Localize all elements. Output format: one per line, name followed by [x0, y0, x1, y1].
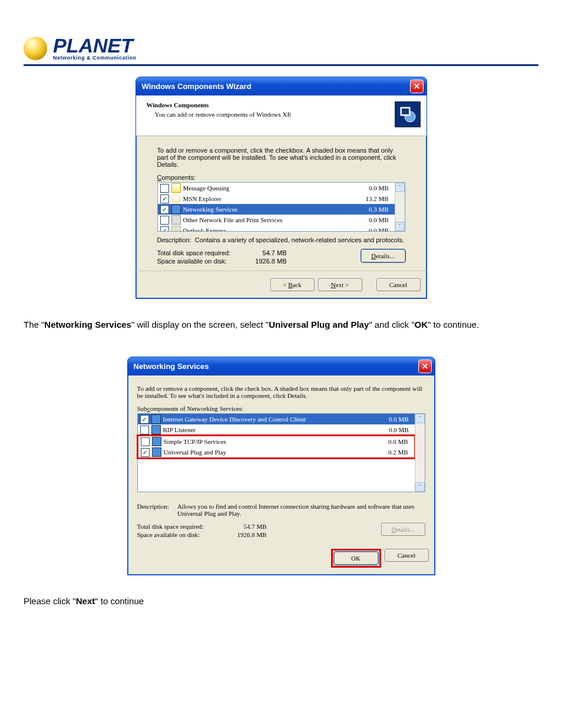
checkbox[interactable]: [140, 415, 149, 424]
description-text: Contains a variety of specialized, netwo…: [195, 236, 404, 243]
scrollbar[interactable]: ˄ ˅: [415, 414, 425, 492]
close-icon: ✕: [414, 82, 420, 91]
checkbox[interactable]: [160, 184, 169, 193]
avail-space-label: Space available on disk:: [137, 531, 226, 538]
svg-rect-2: [402, 108, 409, 114]
subcomponents-listbox[interactable]: Internet Gateway Device Discovery and Co…: [137, 413, 425, 492]
outlook-icon: [171, 226, 181, 232]
network-icon: [152, 447, 161, 457]
components-listbox[interactable]: Message Queuing 0.0 MB MSN Explorer 13.2…: [157, 182, 405, 232]
back-button[interactable]: < Back: [270, 278, 315, 291]
brand-header: PLANET Networking & Communication: [24, 35, 538, 66]
list-item-size: 0.0 MB: [388, 438, 411, 445]
list-item-label: Networking Services: [183, 206, 238, 213]
components-icon: [395, 101, 421, 127]
msn-icon: [171, 194, 181, 203]
list-item-size: 0.0 MB: [369, 227, 391, 232]
total-space-label: Total disk space required:: [157, 249, 246, 256]
scrollbar[interactable]: ˄ ˅: [395, 183, 405, 231]
network-icon: [152, 437, 161, 446]
components-wizard-window: Windows Components Wizard ✕ Windows Comp…: [135, 77, 427, 299]
avail-space-value: 1926.8 MB: [226, 531, 267, 538]
list-item[interactable]: Simple TCP/IP Services 0.0 MB: [138, 436, 414, 447]
cancel-button[interactable]: Cancel: [385, 549, 429, 562]
brand-tagline: Networking & Communication: [53, 55, 137, 61]
list-item-size: 0.0 MB: [389, 426, 411, 433]
ok-button[interactable]: OK: [334, 552, 378, 565]
list-item[interactable]: Internet Gateway Device Discovery and Co…: [138, 414, 415, 424]
list-item-upnp[interactable]: Universal Plug and Play 0.2 MB: [138, 447, 414, 457]
avail-space-value: 1926.8 MB: [246, 258, 287, 265]
dialog-instructions: To add or remove a component, click the …: [137, 385, 425, 399]
checkbox[interactable]: [160, 205, 169, 214]
list-item-label: Outlook Express: [183, 227, 227, 232]
list-item-size: 0.2 MB: [388, 449, 411, 456]
scroll-down-icon[interactable]: ˅: [395, 222, 405, 231]
list-item-size: 0.0 MB: [389, 416, 411, 423]
description-label: Description:: [137, 503, 169, 517]
instruction-paragraph-1: The "Networking Services" will display o…: [24, 319, 538, 331]
wizard-subheading: You can add or remove components of Wind…: [147, 111, 292, 118]
total-space-value: 54.7 MB: [226, 523, 267, 530]
close-button[interactable]: ✕: [410, 80, 424, 93]
list-item-label: Simple TCP/IP Services: [164, 438, 226, 445]
wizard-instructions: To add or remove a component, click the …: [157, 147, 405, 168]
list-item[interactable]: Networking Services 0.3 MB: [158, 204, 395, 215]
scroll-up-icon[interactable]: ˄: [395, 183, 405, 192]
list-item-label: RIP Listener: [163, 426, 196, 433]
checkbox[interactable]: [160, 216, 169, 225]
printer-icon: [171, 215, 181, 225]
brand-name: PLANET: [53, 35, 137, 55]
message-queuing-icon: [171, 183, 181, 193]
scroll-up-icon[interactable]: ˄: [415, 414, 425, 423]
checkbox[interactable]: [160, 226, 169, 232]
components-label: Components:: [157, 174, 405, 181]
list-item[interactable]: Message Queuing 0.0 MB: [158, 183, 395, 193]
description-label: Description:: [157, 236, 191, 243]
dialog-title: Networking Services: [134, 362, 209, 371]
list-item-label: Universal Plug and Play: [164, 449, 227, 456]
list-item[interactable]: RIP Listener 0.0 MB: [138, 424, 415, 435]
checkbox[interactable]: [141, 448, 150, 457]
list-item[interactable]: Outlook Express 0.0 MB: [158, 225, 395, 232]
list-item-size: 13.2 MB: [365, 195, 391, 202]
checkbox[interactable]: [160, 195, 169, 203]
next-button[interactable]: Next >: [318, 278, 362, 291]
list-item-label: Internet Gateway Device Discovery and Co…: [163, 416, 306, 423]
network-icon: [171, 205, 181, 214]
networking-services-window: Networking Services ✕ To add or remove a…: [127, 357, 435, 575]
close-icon: ✕: [422, 362, 428, 371]
list-item-size: 0.0 MB: [369, 216, 391, 223]
checkbox[interactable]: [141, 437, 150, 446]
list-item[interactable]: Other Network File and Print Services 0.…: [158, 215, 395, 225]
details-button[interactable]: Details...: [361, 249, 405, 262]
list-item-label: Message Queuing: [183, 185, 230, 192]
list-item-label: Other Network File and Print Services: [183, 216, 283, 223]
cancel-button[interactable]: Cancel: [376, 278, 421, 291]
network-icon: [151, 425, 161, 434]
scroll-down-icon[interactable]: ˅: [415, 482, 425, 492]
avail-space-label: Space available on disk:: [157, 258, 246, 265]
network-icon: [151, 414, 161, 424]
total-space-value: 54.7 MB: [246, 249, 287, 256]
checkbox[interactable]: [140, 426, 149, 434]
description-text: Allows you to find and control Internet …: [177, 503, 425, 517]
brand-globe-icon: [24, 37, 47, 60]
details-button: Details...: [381, 523, 425, 536]
wizard-title: Windows Components Wizard: [142, 82, 252, 91]
list-item-label: MSN Explorer: [183, 195, 222, 202]
subcomponents-label: Subcomponents of Networking Services:: [137, 405, 425, 412]
list-item-size: 0.0 MB: [369, 185, 391, 192]
total-space-label: Total disk space required:: [137, 523, 226, 530]
wizard-heading: Windows Components: [147, 101, 292, 108]
list-item[interactable]: MSN Explorer 13.2 MB: [158, 193, 395, 204]
close-button[interactable]: ✕: [418, 360, 432, 373]
instruction-paragraph-2: Please click "Next" to continue: [24, 595, 538, 607]
list-item-size: 0.3 MB: [369, 206, 391, 213]
